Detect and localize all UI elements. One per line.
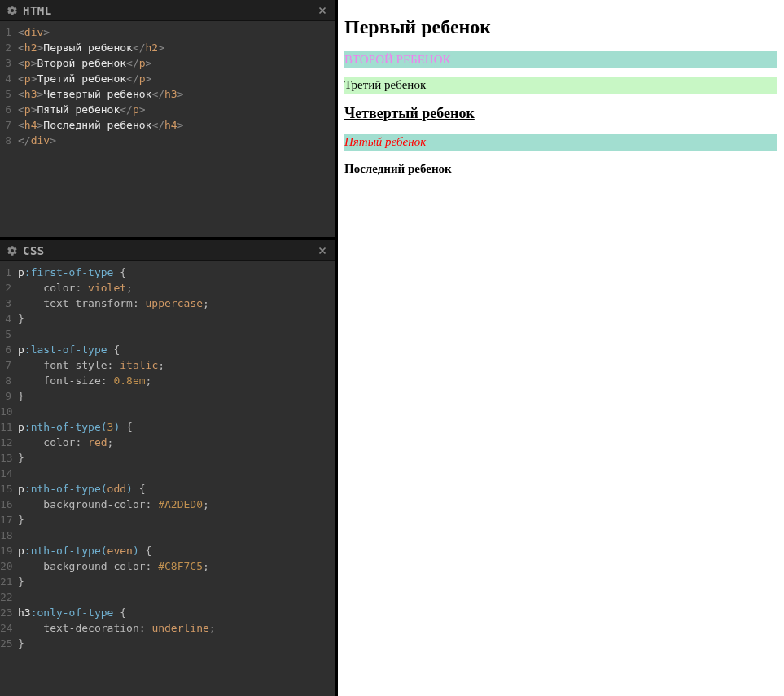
panel-css: CSS 1p:first-of-type {2 color: violet;3 …: [0, 240, 335, 696]
close-icon[interactable]: [317, 245, 328, 256]
preview-p2: Третий ребенок: [344, 77, 777, 94]
gear-icon[interactable]: [7, 245, 18, 256]
html-code-editor[interactable]: 1<div>2<h2>Первый ребенок</h2>3<p>Второй…: [0, 21, 335, 237]
preview-h2: Первый ребенок: [344, 16, 777, 38]
editor-pane: HTML 1<div>2<h2>Первый ребенок</h2>3<p>В…: [0, 0, 338, 696]
panel-html: HTML 1<div>2<h2>Первый ребенок</h2>3<p>В…: [0, 0, 335, 240]
gear-icon[interactable]: [7, 5, 18, 16]
panel-header-html: HTML: [0, 0, 335, 21]
preview-pane: Первый ребенок Второй ребенок Третий реб…: [338, 0, 784, 696]
css-code-editor[interactable]: 1p:first-of-type {2 color: violet;3 text…: [0, 261, 335, 696]
panel-title-html: HTML: [23, 4, 52, 17]
preview-h3: Четвертый ребенок: [344, 105, 777, 122]
preview-output: Первый ребенок Второй ребенок Третий реб…: [338, 0, 784, 194]
preview-h4: Последний ребенок: [344, 162, 777, 176]
panel-title-css: CSS: [23, 244, 45, 257]
preview-p3: Пятый ребенок: [344, 134, 777, 151]
panel-header-css: CSS: [0, 240, 335, 261]
preview-p1: Второй ребенок: [344, 51, 777, 68]
close-icon[interactable]: [317, 5, 328, 16]
